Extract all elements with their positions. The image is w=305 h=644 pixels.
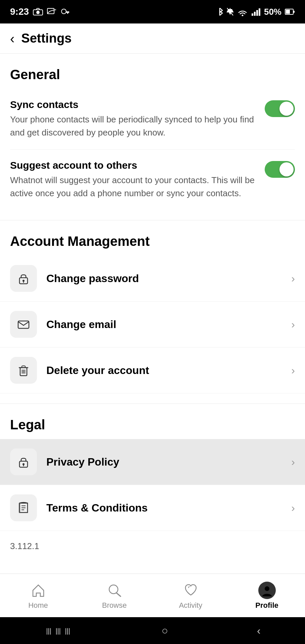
camera-icon — [33, 8, 43, 15]
profile-icon — [258, 582, 276, 599]
change-email-row[interactable]: Change email › — [0, 302, 305, 347]
change-email-icon-wrap — [10, 311, 37, 338]
change-password-icon-wrap — [10, 265, 37, 292]
book-icon — [17, 501, 30, 515]
terms-conditions-row[interactable]: Terms & Conditions › — [0, 485, 305, 531]
profile-avatar — [258, 582, 276, 599]
privacy-policy-row[interactable]: Privacy Policy › — [0, 439, 305, 485]
sync-contacts-label: Sync contacts — [10, 99, 255, 110]
nav-home-label: Home — [28, 601, 48, 610]
nav-activity[interactable]: Activity — [152, 574, 229, 617]
android-recent-button[interactable]: ⫼⫼⫼ — [44, 625, 73, 636]
nav-profile-label: Profile — [255, 601, 278, 610]
svg-point-3 — [61, 9, 66, 14]
svg-point-1 — [36, 11, 40, 14]
sync-contacts-row: Sync contacts Your phone contacts will b… — [10, 89, 295, 150]
browse-icon — [106, 582, 123, 599]
status-left: 9:23 — [10, 6, 69, 17]
svg-rect-11 — [286, 10, 290, 14]
bottom-nav: Home Browse Activity — [0, 574, 305, 617]
android-nav-bar: ⫼⫼⫼ ○ ‹ — [0, 617, 305, 644]
suggest-account-desc: Whatnot will suggest your account to you… — [10, 174, 255, 200]
top-nav: ‹ Settings — [0, 23, 305, 54]
version-text: 3.112.1 — [0, 531, 305, 555]
svg-point-14 — [23, 280, 25, 282]
suggest-account-label: Suggest account to others — [10, 160, 255, 171]
svg-point-29 — [109, 585, 118, 594]
legal-section-title: Legal — [10, 417, 295, 432]
account-management-section: Account Management — [0, 220, 305, 249]
sync-contacts-desc: Your phone contacts will be periodically… — [10, 113, 255, 139]
svg-rect-8 — [256, 10, 258, 16]
nav-profile[interactable]: Profile — [229, 574, 305, 617]
svg-rect-7 — [254, 12, 256, 16]
home-svg — [31, 583, 46, 598]
svg-point-23 — [23, 463, 25, 465]
search-svg — [107, 583, 122, 598]
battery-percent: 50% — [264, 7, 281, 17]
svg-point-5 — [242, 15, 243, 16]
bluetooth-icon — [216, 7, 223, 16]
svg-line-30 — [117, 593, 121, 596]
wifi-icon — [237, 7, 248, 16]
privacy-policy-chevron: › — [291, 456, 295, 468]
delete-account-chevron: › — [291, 364, 295, 377]
account-management-title: Account Management — [10, 234, 295, 249]
svg-point-31 — [265, 586, 269, 591]
screen-cast-icon — [47, 8, 56, 15]
legal-section: Legal — [0, 404, 305, 432]
delete-account-row[interactable]: Delete your account › — [0, 347, 305, 393]
general-section: General Sync contacts Your phone contact… — [0, 54, 305, 210]
change-email-label: Change email — [46, 318, 291, 331]
svg-rect-9 — [259, 8, 260, 16]
privacy-lock-icon — [17, 455, 30, 469]
back-button[interactable]: ‹ — [10, 32, 14, 45]
mute-icon — [226, 7, 234, 16]
suggest-account-row: Suggest account to others Whatnot will s… — [10, 150, 295, 210]
home-icon — [30, 582, 47, 599]
delete-account-icon-wrap — [10, 357, 37, 384]
nav-home[interactable]: Home — [0, 574, 76, 617]
svg-rect-12 — [293, 11, 295, 13]
sync-contacts-text: Sync contacts Your phone contacts will b… — [10, 99, 255, 139]
profile-svg — [261, 584, 273, 596]
terms-conditions-icon-wrap — [10, 494, 37, 521]
heart-svg — [183, 583, 198, 598]
status-bar: 9:23 — [0, 0, 305, 23]
sync-contacts-toggle[interactable] — [265, 100, 295, 117]
nav-browse[interactable]: Browse — [76, 574, 152, 617]
change-email-chevron: › — [291, 318, 295, 331]
terms-conditions-label: Terms & Conditions — [46, 502, 291, 514]
activity-icon — [182, 582, 200, 599]
change-password-chevron: › — [291, 272, 295, 285]
nav-browse-label: Browse — [102, 601, 127, 610]
android-home-button[interactable]: ○ — [162, 625, 168, 637]
svg-rect-6 — [252, 13, 253, 16]
delete-account-label: Delete your account — [46, 364, 291, 377]
suggest-account-toggle[interactable] — [265, 161, 295, 178]
page-title: Settings — [21, 31, 72, 46]
general-section-title: General — [10, 67, 295, 82]
status-time: 9:23 — [10, 6, 29, 17]
terms-conditions-chevron: › — [291, 502, 295, 514]
key-icon — [60, 8, 69, 15]
lock-icon — [17, 272, 30, 285]
change-password-row[interactable]: Change password › — [0, 256, 305, 302]
trash-icon — [17, 364, 30, 377]
svg-rect-16 — [18, 321, 29, 328]
privacy-policy-icon-wrap — [10, 448, 37, 475]
android-back-button[interactable]: ‹ — [257, 625, 261, 637]
email-icon — [17, 318, 30, 331]
signal-icon — [251, 7, 261, 16]
suggest-account-text: Suggest account to others Whatnot will s… — [10, 160, 255, 200]
status-right: 50% — [216, 7, 295, 17]
change-password-label: Change password — [46, 272, 291, 285]
privacy-policy-label: Privacy Policy — [46, 456, 291, 468]
nav-activity-label: Activity — [179, 601, 203, 610]
content: General Sync contacts Your phone contact… — [0, 54, 305, 574]
battery-icon — [285, 8, 295, 15]
